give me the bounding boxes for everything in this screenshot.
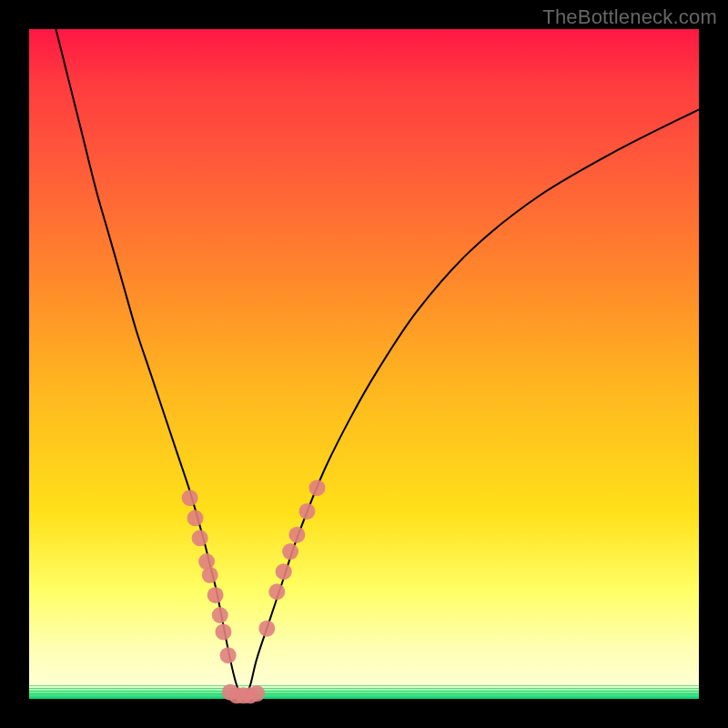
watermark-text: TheBottleneck.com bbox=[542, 5, 717, 29]
data-marker bbox=[288, 527, 305, 543]
data-marker bbox=[298, 503, 315, 520]
data-marker bbox=[220, 647, 237, 663]
data-marker bbox=[192, 530, 208, 546]
bottleneck-curve bbox=[56, 29, 699, 699]
data-marker bbox=[248, 685, 265, 702]
data-marker bbox=[215, 623, 231, 640]
data-marker bbox=[282, 543, 298, 560]
data-marker bbox=[308, 480, 325, 496]
data-marker bbox=[212, 607, 228, 623]
data-marker bbox=[187, 510, 204, 526]
chart-svg bbox=[29, 29, 699, 699]
plot-area bbox=[29, 29, 699, 699]
data-marker bbox=[207, 587, 224, 603]
data-marker bbox=[268, 583, 285, 600]
data-marker bbox=[258, 621, 275, 637]
data-marker bbox=[276, 563, 292, 580]
data-marker bbox=[182, 490, 198, 506]
data-marker bbox=[202, 567, 218, 583]
chart-container: TheBottleneck.com bbox=[0, 0, 728, 728]
